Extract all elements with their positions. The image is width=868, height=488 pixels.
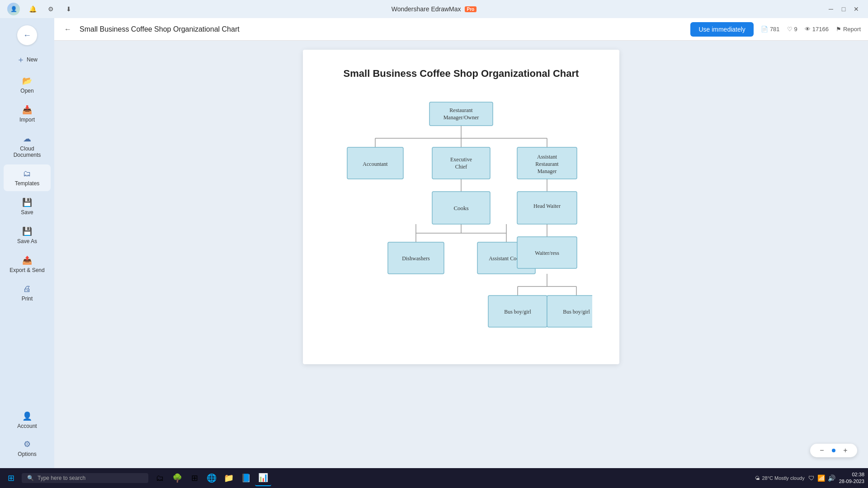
copies-icon: 📄 (761, 26, 768, 33)
cloud-icon: ☁ (23, 134, 31, 144)
close-button[interactable]: ✕ (852, 5, 861, 14)
content-area: ← Small Business Coffee Shop Organizatio… (54, 18, 868, 468)
taskbar-app-files[interactable]: 📁 (221, 470, 237, 486)
svg-text:Accountant: Accountant (363, 161, 388, 167)
org-chart-container: Restaurant Manager/Owner Accountant Exec… (330, 93, 592, 346)
zoom-indicator (832, 449, 835, 452)
settings-icon[interactable]: ⚙ (45, 4, 56, 14)
views-stat: 👁 17166 (805, 26, 829, 33)
sidebar-item-cloud[interactable]: ☁ Cloud Documents (4, 129, 51, 163)
app-title: Wondershare EdrawMax (392, 5, 461, 13)
export-icon: 📤 (22, 255, 32, 265)
page-title: Small Business Coffee Shop Organizationa… (80, 25, 685, 33)
taskbar-search-box[interactable]: 🔍 Type here to search (22, 473, 148, 483)
sidebar-label-new: New (27, 56, 38, 63)
svg-text:Restaurant: Restaurant (449, 107, 473, 113)
svg-text:Assistant: Assistant (537, 154, 557, 160)
sidebar-item-templates[interactable]: 🗂 Templates (4, 164, 51, 191)
svg-rect-23 (432, 147, 490, 179)
report-icon: ⚑ (836, 26, 841, 33)
sidebar-item-save[interactable]: 💾 Save (4, 193, 51, 220)
pro-badge: Pro (465, 6, 477, 12)
svg-text:Restaurant: Restaurant (535, 161, 559, 167)
taskbar-time-display: 02:38 28-09-2023 (839, 471, 864, 485)
taskbar-date: 28-09-2023 (839, 478, 864, 485)
save-icon: 💾 (22, 197, 32, 207)
svg-text:Dishwashers: Dishwashers (402, 255, 430, 262)
sidebar-item-new[interactable]: ＋ New (4, 50, 51, 70)
sidebar-item-print[interactable]: 🖨 Print (4, 280, 51, 306)
back-arrow-icon: ← (64, 25, 71, 33)
print-icon: 🖨 (23, 284, 31, 294)
sidebar-item-export[interactable]: 📤 Export & Send (4, 251, 51, 278)
taskbar-apps: 🗂 🌳 ⊞ 🌐 📁 📘 📊 (152, 470, 753, 486)
copies-stat: 📄 781 (761, 26, 780, 33)
weather-info: 🌤 28°C Mostly cloudy (755, 475, 804, 481)
taskbar-app-word[interactable]: 📘 (238, 470, 254, 486)
download-icon[interactable]: ⬇ (63, 4, 74, 14)
options-icon: ⚙ (24, 439, 31, 449)
main-layout: ← ＋ New 📂 Open 📥 Import ☁ Cloud Document… (0, 18, 868, 468)
zoom-in-button[interactable]: + (841, 446, 850, 455)
copies-count: 781 (770, 26, 780, 33)
sidebar-item-account[interactable]: 👤 Account (4, 407, 51, 434)
sidebar-label-account: Account (17, 423, 37, 429)
svg-text:Cooks: Cooks (453, 205, 468, 211)
taskbar-app-taskview[interactable]: ⊞ (186, 470, 203, 486)
open-icon: 📂 (22, 76, 32, 86)
weather-icon: 🌤 (755, 475, 760, 481)
new-icon: ＋ (17, 54, 25, 65)
taskbar-app-explorer[interactable]: 🗂 (152, 470, 168, 486)
likes-count: 9 (794, 26, 797, 33)
sidebar-item-saveas[interactable]: 💾 Save As (4, 222, 51, 249)
account-icon: 👤 (22, 411, 32, 421)
sidebar-label-save: Save (21, 209, 33, 216)
sidebar-item-open[interactable]: 📂 Open (4, 71, 51, 99)
svg-text:Manager/Owner: Manager/Owner (443, 114, 479, 121)
sidebar: ← ＋ New 📂 Open 📥 Import ☁ Cloud Document… (0, 18, 54, 468)
sidebar-label-templates: Templates (15, 180, 40, 187)
svg-rect-18 (429, 102, 493, 126)
back-home-button[interactable]: ← (17, 25, 37, 45)
sidebar-item-import[interactable]: 📥 Import (4, 100, 51, 127)
svg-text:Head Waiter: Head Waiter (533, 203, 561, 209)
taskbar-app-edge[interactable]: 🌐 (203, 470, 220, 486)
window-controls: ─ □ ✕ (826, 5, 861, 14)
svg-text:Chief: Chief (455, 164, 467, 170)
topbar-back-button[interactable]: ← (61, 23, 74, 36)
sidebar-label-saveas: Save As (17, 238, 37, 244)
report-button[interactable]: ⚑ Report (836, 26, 861, 33)
taskbar-right: 🌤 28°C Mostly cloudy 🛡 📶 🔊 02:38 28-09-2… (755, 471, 864, 485)
taskbar-app-edraw[interactable]: 📊 (255, 470, 271, 486)
svg-text:Executive: Executive (450, 156, 472, 163)
saveas-icon: 💾 (22, 226, 32, 236)
maximize-button[interactable]: □ (839, 5, 848, 14)
heart-icon: ♡ (787, 26, 793, 33)
taskbar-app-tree[interactable]: 🌳 (169, 470, 185, 486)
weather-text: 28°C Mostly cloudy (762, 475, 804, 481)
sidebar-label-open: Open (20, 88, 33, 94)
sidebar-item-options[interactable]: ⚙ Options (4, 435, 51, 462)
sidebar-label-cloud: Cloud Documents (7, 145, 47, 158)
network-icon: 📶 (817, 474, 825, 482)
diagram-card: Small Business Coffee Shop Organizationa… (303, 50, 619, 364)
title-bar: 👤 🔔 ⚙ ⬇ Wondershare EdrawMax Pro ─ □ ✕ (0, 0, 868, 18)
notification-icon[interactable]: 🔔 (27, 4, 38, 14)
taskbar-search-placeholder: Type here to search (38, 475, 85, 481)
taskbar-search-icon: 🔍 (27, 475, 34, 481)
top-bar-actions: Use immediately 📄 781 ♡ 9 👁 17166 ⚑ Repo… (690, 22, 861, 37)
canvas-area[interactable]: Small Business Coffee Shop Organizationa… (54, 41, 868, 468)
minimize-button[interactable]: ─ (826, 5, 835, 14)
zoom-out-button[interactable]: − (817, 446, 826, 455)
templates-icon: 🗂 (23, 169, 31, 178)
svg-text:Bus boy/girl: Bus boy/girl (563, 309, 590, 315)
svg-text:Waiter/ress: Waiter/ress (535, 250, 559, 256)
zoom-controls: − + (810, 444, 857, 457)
start-button[interactable]: ⊞ (4, 471, 18, 485)
sidebar-label-export: Export & Send (9, 267, 44, 273)
use-immediately-button[interactable]: Use immediately (690, 22, 753, 37)
import-icon: 📥 (22, 105, 32, 115)
title-bar-left-controls: 👤 🔔 ⚙ ⬇ (7, 3, 74, 15)
windows-logo-icon: ⊞ (8, 473, 14, 483)
user-avatar: 👤 (7, 3, 20, 15)
